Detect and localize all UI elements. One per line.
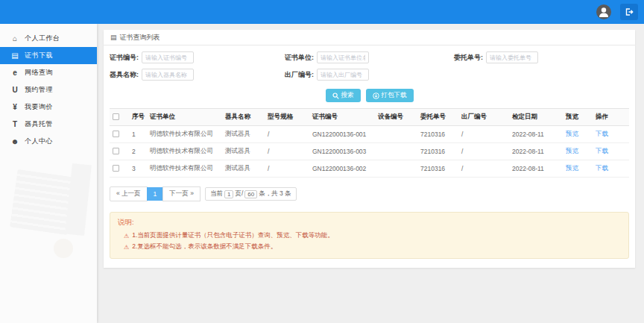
sidebar-item-reservation-management[interactable]: U 预约管理 <box>0 81 97 98</box>
warning-icon: ⚠ <box>124 233 129 239</box>
prev-page-button[interactable]: « 上一页 <box>110 186 148 201</box>
app-root: ⌂ 个人工作台 ▤ 证书下载 e 网络查询 U 预约管理 ¥ 我要询价 T 器具… <box>0 0 644 323</box>
col-preview: 预览 <box>563 109 593 126</box>
table-row: 3 明德软件技术有限公司 测试器具 / GN122000136-002 7210… <box>110 160 629 178</box>
cell-date: 2022-08-11 <box>509 160 563 178</box>
order-number-label: 委托单号: <box>454 53 483 63</box>
cell-seq: 2 <box>129 143 147 160</box>
cell-cert-no: GN122000136-003 <box>309 143 375 160</box>
search-button[interactable]: 搜索 <box>326 89 361 102</box>
package-download-button-label: 打包下载 <box>382 91 407 100</box>
preview-link[interactable]: 预览 <box>566 147 578 154</box>
form-row-2: 器具名称: 出厂编号: <box>110 69 629 81</box>
select-all-checkbox[interactable] <box>113 113 119 120</box>
form-buttons: 搜索 打包下载 <box>110 86 629 108</box>
preview-link[interactable]: 预览 <box>566 164 578 172</box>
col-order-no: 委托单号 <box>417 109 458 126</box>
col-seq: 序号 <box>129 109 147 126</box>
sidebar-item-label: 个人工作台 <box>25 34 60 43</box>
row-checkbox[interactable] <box>113 148 119 154</box>
current-page-box[interactable]: 1 <box>224 190 233 198</box>
pagination-info-prefix: 当前 <box>210 189 223 198</box>
cell-device-no <box>375 126 417 143</box>
cell-factory-no: / <box>458 143 509 160</box>
instrument-name-input[interactable] <box>142 69 194 81</box>
hosting-icon: T <box>10 120 19 128</box>
sidebar-item-label: 我要询价 <box>25 102 53 112</box>
order-number-input[interactable] <box>486 51 538 63</box>
note-box: 说明: ⚠ 1.当前页面提供计量证书（只包含电子证书）查询、预览、下载等功能。 … <box>110 212 629 259</box>
main-content: ▤ 证书查询列表 证书编号: 证书单位: 委托单号: <box>97 24 644 323</box>
page-1-button[interactable]: 1 <box>147 187 164 201</box>
table-row: 2 明德软件技术有限公司 测试器具 / GN122000136-003 7210… <box>110 143 629 160</box>
logout-button[interactable] <box>620 4 638 20</box>
cell-cert-no: GN122000136-001 <box>309 126 375 143</box>
sidebar-item-personal-center[interactable]: ☻ 个人中心 <box>0 133 97 150</box>
search-button-label: 搜索 <box>341 91 354 100</box>
col-device-no: 设备编号 <box>375 109 417 126</box>
cell-date: 2022-08-11 <box>509 143 563 160</box>
cell-seq: 1 <box>129 126 147 143</box>
page-size-box[interactable]: 60 <box>244 190 257 198</box>
download-link[interactable]: 下载 <box>596 130 608 137</box>
col-instrument: 器具名称 <box>222 109 265 126</box>
sidebar-watermark <box>0 151 97 322</box>
factory-number-input[interactable] <box>317 69 369 81</box>
laptop-screen-decor <box>65 163 92 236</box>
note-line-text: 2.复选框不能勾选，表示该条数据不满足下载条件。 <box>132 242 277 251</box>
cert-number-input[interactable] <box>142 51 194 63</box>
cell-model: / <box>265 126 309 143</box>
row-checkbox[interactable] <box>113 131 119 137</box>
field-cert-unit: 证书单位: <box>285 51 454 63</box>
cert-unit-label: 证书单位: <box>285 53 314 63</box>
note-line-2: ⚠ 2.复选框不能勾选，表示该条数据不满足下载条件。 <box>124 242 621 251</box>
sidebar-item-cert-download[interactable]: ▤ 证书下载 <box>0 47 97 64</box>
warning-icon: ⚠ <box>124 244 129 251</box>
factory-number-label: 出厂编号: <box>285 70 314 80</box>
yen-icon: ¥ <box>10 103 19 111</box>
note-title: 说明: <box>118 218 621 228</box>
cell-cert-no: GN122000136-002 <box>309 160 375 178</box>
instrument-name-label: 器具名称: <box>110 70 139 80</box>
logout-icon <box>625 7 634 16</box>
page-title: 证书查询列表 <box>120 33 160 43</box>
preview-link[interactable]: 预览 <box>566 130 578 137</box>
sidebar-item-personal-workspace[interactable]: ⌂ 个人工作台 <box>0 30 97 47</box>
col-cert-unit: 证书单位 <box>147 109 222 126</box>
top-bar <box>0 0 644 24</box>
download-link[interactable]: 下载 <box>596 164 608 172</box>
field-factory-number: 出厂编号: <box>285 69 454 81</box>
user-avatar[interactable] <box>596 4 611 19</box>
cell-cert-unit: 明德软件技术有限公司 <box>147 143 222 160</box>
cert-number-label: 证书编号: <box>110 53 139 63</box>
table-header-row: 序号 证书单位 器具名称 型号规格 证书编号 设备编号 委托单号 出厂编号 检定… <box>110 109 629 126</box>
cell-instrument: 测试器具 <box>222 160 265 178</box>
cell-cert-unit: 明德软件技术有限公司 <box>147 160 222 178</box>
cell-cert-unit: 明德软件技术有限公司 <box>147 126 222 143</box>
table-row: 1 明德软件技术有限公司 测试器具 / GN122000136-001 7210… <box>110 126 629 143</box>
field-instrument-name: 器具名称: <box>110 69 285 81</box>
next-page-button[interactable]: 下一页 » <box>162 186 201 201</box>
cell-order-no: 7210316 <box>417 126 458 143</box>
cell-device-no <box>375 160 417 178</box>
panel-header: ▤ 证书查询列表 <box>104 30 635 46</box>
sidebar-item-label: 证书下载 <box>25 51 53 60</box>
list-icon: ▤ <box>110 34 117 41</box>
sidebar-item-label: 网络查询 <box>25 68 53 78</box>
sidebar-menu: ⌂ 个人工作台 ▤ 证书下载 e 网络查询 U 预约管理 ¥ 我要询价 T 器具… <box>0 24 97 150</box>
sidebar-item-label: 个人中心 <box>25 137 53 146</box>
cell-model: / <box>265 160 309 178</box>
cell-factory-no: / <box>458 160 509 178</box>
cert-unit-input[interactable] <box>317 51 369 63</box>
cell-order-no: 7210316 <box>417 160 458 178</box>
col-cert-no: 证书编号 <box>309 109 375 126</box>
note-line-1: ⚠ 1.当前页面提供计量证书（只包含电子证书）查询、预览、下载等功能。 <box>124 231 621 240</box>
col-model: 型号规格 <box>265 109 309 126</box>
row-checkbox[interactable] <box>113 165 119 172</box>
download-link[interactable]: 下载 <box>596 147 608 154</box>
package-download-button[interactable]: 打包下载 <box>366 89 414 102</box>
sidebar-item-instrument-hosting[interactable]: T 器具托管 <box>0 116 97 133</box>
sidebar-item-price-inquiry[interactable]: ¥ 我要询价 <box>0 98 97 116</box>
cell-model: / <box>265 143 309 160</box>
sidebar-item-network-query[interactable]: e 网络查询 <box>0 64 97 81</box>
